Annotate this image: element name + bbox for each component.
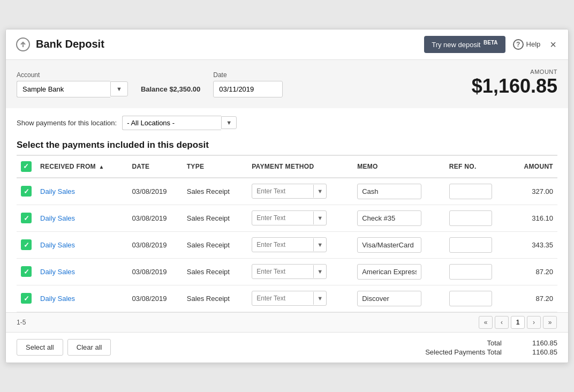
refno-input[interactable] <box>449 264 492 280</box>
refno-input[interactable] <box>449 184 492 199</box>
received-from-link[interactable]: Daily Sales <box>40 241 75 249</box>
clear-all-button[interactable]: Clear all <box>67 339 111 356</box>
row-payment-method-cell: ▼ <box>247 178 353 205</box>
row-date: 03/08/2019 <box>127 231 182 258</box>
prev-page-button[interactable]: ‹ <box>495 316 509 329</box>
footer-totals: Total 1160.85 Selected Payments Total 11… <box>405 339 557 356</box>
refno-input[interactable] <box>449 210 492 226</box>
row-type: Sales Receipt <box>183 231 247 258</box>
section-title: Select the payments included in this dep… <box>6 134 568 155</box>
row-received-from: Daily Sales <box>36 231 127 258</box>
row-checkbox[interactable] <box>21 186 32 197</box>
next-page-button[interactable]: › <box>527 316 541 329</box>
header-received-from: RECEIVED FROM ▲ <box>36 155 127 178</box>
row-memo-cell <box>353 258 445 285</box>
memo-input[interactable] <box>357 237 421 253</box>
payment-method-dropdown-arrow[interactable]: ▼ <box>313 292 326 305</box>
table-header-row: RECEIVED FROM ▲ DATE TYPE PAYMENT METHOD… <box>17 155 557 178</box>
row-date: 03/08/2019 <box>127 205 182 231</box>
table-container: RECEIVED FROM ▲ DATE TYPE PAYMENT METHOD… <box>6 155 568 312</box>
payment-method-input[interactable] <box>252 211 313 225</box>
memo-input[interactable] <box>357 184 421 199</box>
help-button[interactable]: ? Help <box>513 39 541 50</box>
row-date: 03/08/2019 <box>127 178 182 205</box>
payment-method-input[interactable] <box>252 291 313 305</box>
first-page-button[interactable]: « <box>479 316 493 329</box>
select-all-button[interactable]: Select all <box>17 339 63 356</box>
received-from-link[interactable]: Daily Sales <box>40 268 75 276</box>
payment-method-wrap: ▼ <box>252 210 327 225</box>
payment-method-input[interactable] <box>252 238 313 252</box>
row-payment-method-cell: ▼ <box>247 258 353 285</box>
received-from-link[interactable]: Daily Sales <box>40 187 75 195</box>
account-dropdown-arrow[interactable]: ▼ <box>110 81 128 96</box>
payment-method-dropdown-arrow[interactable]: ▼ <box>313 212 326 224</box>
row-refno-cell <box>445 231 510 258</box>
account-input[interactable] <box>17 81 110 97</box>
location-select[interactable] <box>122 116 221 130</box>
received-from-link[interactable]: Daily Sales <box>40 295 75 303</box>
payment-method-dropdown-arrow[interactable]: ▼ <box>313 185 326 198</box>
last-page-button[interactable]: » <box>543 316 557 329</box>
filter-bar: Show payments for this location: ▼ <box>6 108 568 134</box>
bank-deposit-icon <box>16 37 31 52</box>
memo-input[interactable] <box>357 210 421 226</box>
try-new-deposit-button[interactable]: Try new deposit BETA <box>424 36 505 52</box>
account-field-group: Account ▼ <box>17 71 128 97</box>
account-label: Account <box>17 71 128 79</box>
row-checkbox[interactable] <box>21 213 32 223</box>
row-checkbox[interactable] <box>21 266 32 277</box>
current-page-button[interactable]: 1 <box>511 316 525 329</box>
row-amount: 87.20 <box>510 285 557 312</box>
header-amount: AMOUNT <box>510 155 557 178</box>
row-received-from: Daily Sales <box>36 258 127 285</box>
location-dropdown-arrow[interactable]: ▼ <box>221 116 237 129</box>
payment-method-dropdown-arrow[interactable]: ▼ <box>313 238 326 251</box>
row-refno-cell <box>445 205 510 231</box>
table-row: Daily Sales03/08/2019Sales Receipt▼316.1… <box>17 205 557 231</box>
header-checkbox-cell <box>17 155 36 178</box>
selected-total-row: Selected Payments Total 1160.85 <box>405 348 557 356</box>
account-select-wrap: ▼ <box>17 81 128 97</box>
date-input[interactable] <box>213 81 283 97</box>
selected-total-label: Selected Payments Total <box>405 348 502 356</box>
header-ref-no: REF NO. <box>445 155 510 178</box>
payments-table: RECEIVED FROM ▲ DATE TYPE PAYMENT METHOD… <box>17 155 557 312</box>
row-checkbox-cell <box>17 285 36 312</box>
memo-input[interactable] <box>357 291 421 306</box>
pagination-bar: 1-5 « ‹ 1 › » <box>6 312 568 333</box>
total-row: Total 1160.85 <box>405 339 557 347</box>
row-payment-method-cell: ▼ <box>247 205 353 231</box>
table-body: Daily Sales03/08/2019Sales Receipt▼327.0… <box>17 178 557 312</box>
payment-method-input[interactable] <box>252 184 313 198</box>
row-checkbox[interactable] <box>21 293 32 304</box>
row-checkbox[interactable] <box>21 239 32 250</box>
bank-deposit-window: Bank Deposit Try new deposit BETA ? Help… <box>5 29 569 363</box>
row-amount: 343.35 <box>510 231 557 258</box>
row-checkbox-cell <box>17 205 36 231</box>
payment-method-wrap: ▼ <box>252 184 327 199</box>
location-select-wrap: ▼ <box>122 116 237 130</box>
refno-input[interactable] <box>449 237 492 253</box>
row-date: 03/08/2019 <box>127 258 182 285</box>
row-type: Sales Receipt <box>183 285 247 312</box>
refno-input[interactable] <box>449 291 492 306</box>
amount-label: AMOUNT <box>472 69 557 75</box>
row-amount: 327.00 <box>510 178 557 205</box>
select-all-checkbox[interactable] <box>21 161 32 172</box>
payment-method-input[interactable] <box>252 265 313 278</box>
table-row: Daily Sales03/08/2019Sales Receipt▼87.20 <box>17 258 557 285</box>
row-received-from: Daily Sales <box>36 178 127 205</box>
memo-input[interactable] <box>357 264 421 280</box>
header-payment-method: PAYMENT METHOD <box>247 155 353 178</box>
close-button[interactable]: × <box>548 39 558 50</box>
payment-method-dropdown-arrow[interactable]: ▼ <box>313 265 326 278</box>
row-refno-cell <box>445 178 510 205</box>
row-memo-cell <box>353 285 445 312</box>
row-payment-method-cell: ▼ <box>247 285 353 312</box>
amount-display: AMOUNT $1,160.85 <box>472 69 557 97</box>
total-value: 1160.85 <box>515 339 557 347</box>
header-type: TYPE <box>183 155 247 178</box>
received-from-link[interactable]: Daily Sales <box>40 214 75 222</box>
selected-total-value: 1160.85 <box>515 348 557 356</box>
